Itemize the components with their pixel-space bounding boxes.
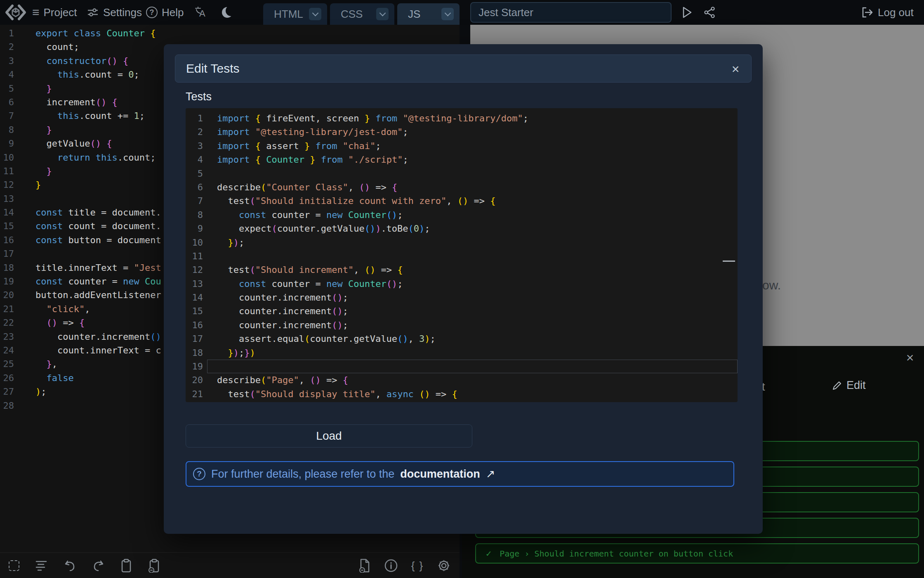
logout-label: Log out [878, 6, 914, 19]
line-number: 18 [186, 346, 207, 360]
line-number: 9 [186, 222, 207, 235]
line-number: 1 [0, 26, 19, 40]
code-line: 9 expect(counter.getValue()).toBe(0); [186, 222, 738, 235]
menu-item-settings[interactable]: Settings [87, 0, 142, 25]
code-line: 13 const counter = new Counter(); [186, 277, 738, 291]
translate-button[interactable]: A [194, 0, 207, 25]
paste-button[interactable] [118, 557, 134, 574]
logout-icon [860, 6, 874, 19]
tab-html[interactable]: HTML [263, 3, 327, 25]
tab-label: JS [408, 8, 420, 21]
banner-text: For further details, please refer to the [211, 468, 394, 481]
code-line: 1export class Counter { [0, 26, 460, 40]
help-circle-icon: ? [146, 7, 158, 18]
settings-button[interactable] [436, 557, 452, 574]
menu-item-help[interactable]: ? Help [146, 0, 184, 25]
css-options-dropdown[interactable] [376, 8, 389, 20]
line-number: 23 [0, 330, 19, 343]
edit-tests-modal: Edit Tests × Tests 1import { fireEvent, … [164, 44, 763, 534]
code-line: 1import { fireEvent, screen } from "@tes… [186, 111, 738, 125]
close-icon: × [732, 62, 740, 77]
code-line: 18 });}) [186, 346, 738, 360]
select-all-button[interactable] [6, 557, 22, 574]
results-close-button[interactable]: × [901, 348, 919, 367]
line-number: 7 [186, 194, 207, 208]
share-button[interactable] [703, 0, 716, 25]
format-braces-button[interactable]: { } [409, 557, 426, 574]
file-settings-button[interactable] [356, 557, 373, 574]
line-number: 13 [0, 192, 19, 206]
modal-header: Edit Tests × [175, 54, 752, 83]
undo-button[interactable] [62, 557, 78, 574]
run-button[interactable] [681, 0, 693, 25]
load-button[interactable]: Load [186, 424, 472, 448]
line-number: 8 [186, 208, 207, 222]
code-line: 21 test("Should display title", async ()… [186, 387, 738, 401]
line-number: 19 [186, 360, 207, 373]
external-link-icon: ↗ [486, 467, 495, 481]
info-button[interactable] [383, 557, 399, 574]
line-number: 16 [0, 233, 19, 247]
code-line: 3import { assert } from "chai"; [186, 139, 738, 153]
redo-button[interactable] [90, 557, 106, 574]
app-root: ≡ Project Settings ? Help A HTML [0, 0, 924, 578]
line-number: 24 [0, 343, 19, 357]
tab-js[interactable]: JS [397, 3, 460, 25]
code-line: 6describe("Counter Class", () => { [186, 180, 738, 194]
load-button-label: Load [316, 429, 342, 443]
line-number: 2 [186, 125, 207, 139]
dark-mode-toggle[interactable] [222, 0, 233, 25]
line-number: 13 [186, 277, 207, 291]
html-options-dropdown[interactable] [309, 8, 321, 20]
line-number: 14 [0, 206, 19, 219]
menu-icon: ≡ [32, 5, 40, 19]
line-number: 10 [0, 151, 19, 164]
format-code-button[interactable] [34, 557, 50, 574]
line-number: 12 [186, 263, 207, 277]
code-line: 20describe("Page", () => { [186, 373, 738, 387]
menu-item-project[interactable]: ≡ Project [32, 0, 77, 25]
line-number: 28 [0, 399, 19, 412]
braces-icon: { } [411, 559, 424, 572]
info-icon [384, 559, 398, 573]
line-number: 17 [0, 247, 19, 261]
modal-close-button[interactable]: × [727, 61, 744, 77]
menu-item-label: Help [162, 6, 184, 19]
line-number: 27 [0, 385, 19, 398]
editor-scrollbar-thumb[interactable] [723, 261, 735, 262]
chevron-down-icon [379, 9, 386, 16]
line-number: 8 [0, 123, 19, 137]
project-name-input[interactable] [470, 2, 672, 23]
logout-button[interactable]: Log out [860, 0, 914, 25]
moon-icon [222, 7, 233, 18]
edit-tests-button[interactable]: Edit [832, 379, 866, 392]
line-number: 2 [0, 40, 19, 54]
js-options-dropdown[interactable] [441, 8, 454, 20]
app-logo[interactable] [5, 0, 26, 25]
line-number: 3 [0, 54, 19, 68]
code-cube-logo-icon [5, 2, 26, 22]
help-circle-icon: ? [193, 468, 205, 480]
pencil-icon [832, 380, 842, 391]
line-number: 20 [186, 373, 207, 387]
tests-code-editor[interactable]: 1import { fireEvent, screen } from "@tes… [186, 108, 738, 402]
line-number: 21 [0, 302, 19, 316]
line-number: 11 [186, 249, 207, 263]
tab-css[interactable]: CSS [330, 3, 394, 25]
check-icon: ✓ [486, 548, 491, 559]
edit-button-label: Edit [846, 379, 866, 392]
editor-toolbar: { } [0, 552, 460, 578]
copy-button[interactable] [146, 557, 163, 574]
documentation-link[interactable]: documentation [400, 468, 480, 481]
file-link-icon [359, 559, 370, 573]
line-number: 25 [0, 357, 19, 371]
line-number: 1 [186, 111, 207, 125]
line-number: 10 [186, 236, 207, 249]
tests-code-lines: 1import { fireEvent, screen } from "@tes… [186, 111, 738, 401]
test-result-row: ✓Page › Should increment counter on butt… [475, 543, 919, 564]
menu-item-label: Settings [103, 6, 142, 19]
chevron-down-icon [312, 9, 318, 16]
line-number: 21 [186, 387, 207, 401]
line-number: 16 [186, 318, 207, 332]
line-number: 15 [0, 219, 19, 233]
